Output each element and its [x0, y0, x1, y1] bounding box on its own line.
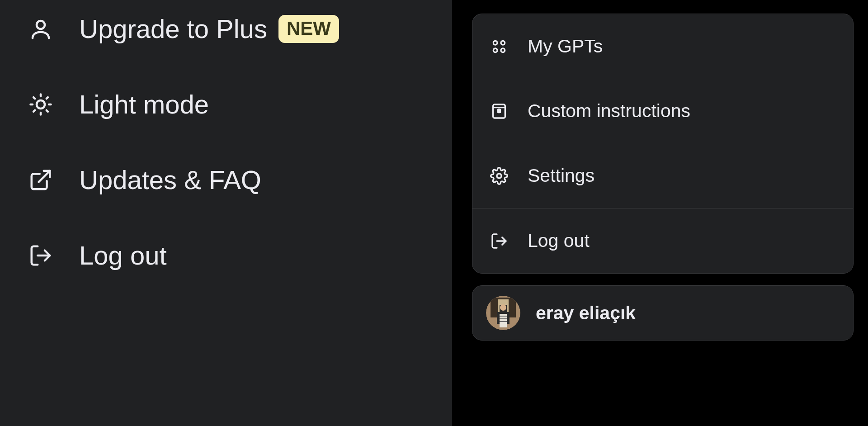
svg-rect-31: [497, 312, 500, 324]
grid-dots-icon: [490, 37, 509, 56]
avatar: [486, 296, 520, 330]
new-badge: NEW: [278, 15, 339, 43]
logout-label-left: Log out: [79, 240, 167, 270]
svg-point-19: [497, 174, 501, 178]
svg-rect-30: [500, 321, 507, 322]
light-mode-item[interactable]: Light mode: [27, 89, 429, 119]
left-menu-panel: Upgrade to Plus NEW Light mode: [0, 0, 452, 426]
svg-point-15: [501, 48, 505, 52]
settings-item[interactable]: Settings: [472, 143, 853, 208]
logout-item-right[interactable]: Log out: [472, 208, 853, 273]
account-popover-menu: My GPTs Custom instructions Settings: [472, 14, 854, 274]
svg-point-1: [37, 100, 45, 109]
logout-icon: [27, 242, 54, 269]
settings-label: Settings: [528, 165, 594, 186]
custom-instructions-label: Custom instructions: [528, 100, 690, 122]
svg-rect-32: [507, 312, 509, 324]
external-link-icon: [27, 166, 54, 194]
svg-rect-28: [500, 316, 507, 317]
custom-instructions-item[interactable]: Custom instructions: [472, 79, 853, 143]
logout-item-left[interactable]: Log out: [27, 240, 429, 270]
svg-line-4: [33, 97, 35, 99]
current-user-row[interactable]: eray eliaçık: [472, 285, 854, 341]
updates-faq-item[interactable]: Updates & FAQ: [27, 165, 429, 195]
svg-point-0: [37, 21, 45, 29]
user-icon: [27, 15, 54, 43]
my-gpts-item[interactable]: My GPTs: [472, 14, 853, 79]
svg-point-12: [493, 41, 497, 45]
right-menu-panel: My GPTs Custom instructions Settings: [452, 0, 868, 426]
book-icon: [490, 102, 509, 121]
logout-icon: [490, 232, 509, 251]
svg-point-14: [493, 48, 497, 52]
svg-point-13: [501, 41, 505, 45]
svg-line-8: [33, 110, 35, 111]
svg-line-5: [47, 110, 48, 111]
svg-line-9: [47, 97, 48, 99]
svg-line-10: [39, 170, 50, 182]
my-gpts-label: My GPTs: [528, 36, 603, 57]
svg-rect-29: [500, 318, 507, 319]
upgrade-label: Upgrade to Plus: [79, 14, 267, 44]
upgrade-to-plus-item[interactable]: Upgrade to Plus NEW: [27, 14, 429, 44]
logout-label-right: Log out: [528, 230, 590, 251]
user-name: eray eliaçık: [536, 303, 636, 324]
updates-faq-label: Updates & FAQ: [79, 165, 261, 195]
svg-point-26: [500, 304, 506, 311]
svg-rect-18: [498, 109, 500, 112]
sun-icon: [27, 91, 54, 118]
light-mode-label: Light mode: [79, 89, 209, 119]
gear-icon: [490, 166, 509, 185]
